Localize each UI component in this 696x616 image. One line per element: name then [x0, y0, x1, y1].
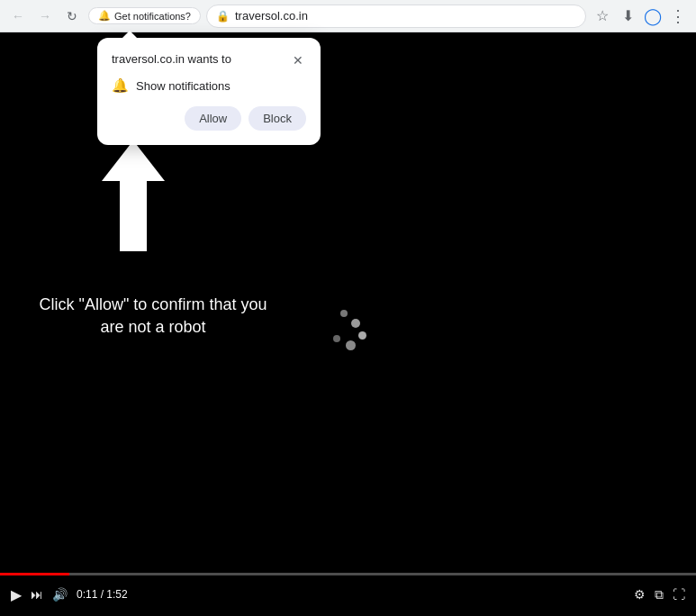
allow-button[interactable]: Allow [185, 106, 241, 131]
time-display: 0:11 / 1:52 [77, 588, 128, 601]
forward-button[interactable]: → [34, 5, 56, 27]
address-bar[interactable]: 🔒 traversol.co.in [206, 5, 586, 28]
spinner-dot-1 [340, 310, 348, 317]
notification-bell-icon: 🔔 [112, 77, 129, 94]
popup-permission-row: 🔔 Show notifications [112, 77, 306, 94]
miniplayer-button[interactable]: ⧉ [655, 587, 664, 602]
menu-button[interactable]: ⋮ [667, 5, 689, 27]
spinner-dot-4 [346, 340, 356, 350]
notification-chip-label: Get notifications? [114, 11, 191, 22]
close-icon: ✕ [293, 53, 303, 68]
reload-button[interactable]: ↻ [61, 5, 83, 27]
settings-button[interactable]: ⚙ [634, 587, 646, 602]
notification-popup: traversol.co.in wants to ✕ 🔔 Show notifi… [97, 38, 321, 145]
bookmark-button[interactable]: ☆ [592, 5, 613, 27]
popup-header: traversol.co.in wants to ✕ [112, 52, 306, 68]
popup-arrow [122, 31, 137, 38]
block-button[interactable]: Block [249, 106, 306, 131]
arrow-head [102, 140, 165, 181]
spinner-dot-5 [333, 335, 340, 342]
play-button[interactable]: ▶ [11, 586, 22, 603]
spinner-dot-3 [358, 331, 366, 340]
popup-close-button[interactable]: ✕ [290, 52, 306, 68]
browser-toolbar: ← → ↻ 🔔 Get notifications? 🔒 traversol.c… [0, 0, 696, 32]
download-button[interactable]: ⬇ [617, 5, 638, 27]
notification-chip[interactable]: 🔔 Get notifications? [88, 7, 201, 24]
instruction-line2: are not a robot [23, 316, 284, 339]
popup-title: traversol.co.in wants to [112, 52, 231, 66]
loading-spinner [324, 303, 378, 357]
bell-chip-icon: 🔔 [98, 10, 111, 22]
popup-actions: Allow Block [112, 106, 306, 131]
progress-bar-container[interactable] [0, 573, 696, 575]
back-button[interactable]: ← [7, 5, 29, 27]
fullscreen-button[interactable]: ⛶ [673, 587, 685, 602]
instruction-line1: Click "Allow" to confirm that you [23, 294, 284, 316]
next-button[interactable]: ⏭ [31, 587, 43, 602]
video-controls: ▶ ⏭ 🔊 0:11 / 1:52 ⚙ ⧉ ⛶ [0, 573, 696, 616]
spinner-dot-2 [351, 319, 360, 328]
permission-text: Show notifications [136, 79, 230, 93]
url-text: traversol.co.in [235, 9, 308, 23]
arrow-shaft [120, 179, 147, 251]
volume-button[interactable]: 🔊 [52, 587, 68, 602]
lock-icon: 🔒 [216, 10, 230, 23]
instruction-text: Click "Allow" to confirm that you are no… [23, 294, 284, 339]
progress-bar-fill [0, 573, 69, 575]
profile-button[interactable]: ◯ [642, 5, 664, 27]
chrome-actions: ☆ ⬇ ◯ ⋮ [592, 5, 689, 27]
right-controls: ⚙ ⧉ ⛶ [634, 587, 685, 602]
